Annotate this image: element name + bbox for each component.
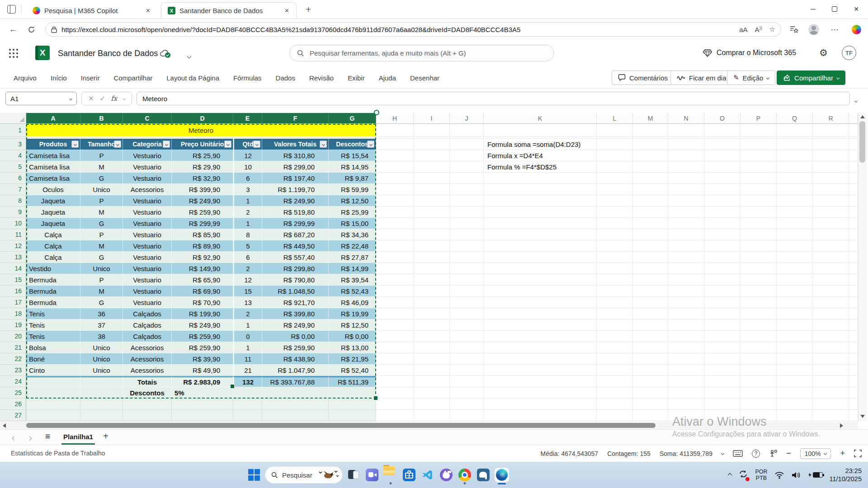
cell[interactable] [484,173,597,184]
cell[interactable] [262,399,329,410]
column-header-H[interactable]: H [376,113,414,124]
cell[interactable] [849,161,858,173]
cell[interactable] [704,274,741,286]
cell[interactable] [414,376,450,387]
cell[interactable]: R$ 52,43 [329,286,376,297]
cell[interactable] [849,139,858,150]
filter-dropdown-icon[interactable] [71,141,79,148]
cell[interactable] [597,218,633,229]
cell[interactable] [484,124,597,137]
cell[interactable] [633,399,668,410]
cell[interactable] [484,410,597,421]
filter-dropdown-icon[interactable] [163,141,170,148]
cell[interactable] [26,387,80,399]
cell[interactable] [849,263,858,274]
cell[interactable]: R$ 12,50 [329,319,376,331]
cell[interactable] [414,353,450,365]
cell[interactable] [704,240,741,252]
cell[interactable]: R$ 59,99 [329,184,376,195]
cell[interactable] [414,139,450,150]
back-icon[interactable]: ← [6,23,20,36]
cell[interactable] [376,319,414,331]
cell[interactable] [741,274,777,286]
cell[interactable] [849,206,858,218]
cell[interactable] [813,218,849,229]
column-header-N[interactable]: N [668,113,704,124]
cell[interactable]: Camiseta lisa [26,161,80,173]
cell[interactable]: R$ 299,80 [262,263,329,274]
cell[interactable]: Unico [80,365,123,376]
cell[interactable] [414,342,450,353]
battery-icon[interactable] [808,472,823,478]
cell[interactable] [233,399,262,410]
cell[interactable] [376,274,414,286]
cell[interactable] [704,308,741,319]
cell[interactable]: R$ 299,99 [172,218,233,229]
row-header-9[interactable]: 9 [0,206,26,218]
cell[interactable] [376,308,414,319]
cell[interactable] [376,342,414,353]
cell[interactable]: G [80,173,123,184]
cell[interactable]: Oculos [26,184,80,195]
column-header-O[interactable]: O [704,113,741,124]
cell[interactable]: R$ 25,90 [172,150,233,161]
cell[interactable]: R$ 34,36 [329,229,376,240]
cell[interactable]: Unico [80,353,123,365]
cell[interactable] [414,286,450,297]
cell[interactable] [414,229,450,240]
cell[interactable] [777,240,813,252]
cell[interactable] [813,240,849,252]
cell[interactable] [450,342,484,353]
cell[interactable] [849,399,858,410]
cell[interactable]: Vestuario [123,286,172,297]
cell[interactable] [484,195,597,206]
cell[interactable] [633,342,668,353]
cell[interactable]: Vestuario [123,297,172,308]
column-header-I[interactable]: I [414,113,450,124]
cell[interactable] [633,206,668,218]
cell[interactable]: 2 [233,263,262,274]
cell[interactable] [741,139,777,150]
cell[interactable] [633,319,668,331]
cell[interactable] [849,218,858,229]
cell[interactable]: Vestuario [123,274,172,286]
cell[interactable] [777,274,813,286]
cell[interactable] [450,161,484,173]
cell[interactable] [741,286,777,297]
cell[interactable] [704,218,741,229]
cell[interactable] [633,308,668,319]
column-header-Q[interactable]: Q [777,113,813,124]
cell[interactable] [704,399,741,410]
cell[interactable] [329,399,376,410]
cell[interactable] [597,274,633,286]
cell[interactable] [633,387,668,399]
cell[interactable] [376,184,414,195]
cell[interactable] [26,399,80,410]
cell[interactable] [376,206,414,218]
cell[interactable] [450,274,484,286]
close-tab-icon[interactable]: ✕ [282,6,292,15]
cell[interactable] [704,206,741,218]
taskbar-icon-github-desktop[interactable] [439,465,454,485]
cell[interactable]: Bermuda [26,274,80,286]
cell[interactable] [704,286,741,297]
cell[interactable]: R$ 790,80 [262,274,329,286]
cell[interactable]: R$ 9,87 [329,173,376,184]
cell[interactable]: R$ 687,20 [262,229,329,240]
column-header-P[interactable]: P [741,113,777,124]
cell[interactable]: Camiseta lisa [26,150,80,161]
cell[interactable] [80,399,123,410]
cell[interactable] [741,297,777,308]
cell[interactable] [376,331,414,342]
cell[interactable] [414,184,450,195]
cell[interactable]: 11 [233,353,262,365]
start-button[interactable] [246,465,262,485]
cell[interactable]: 36 [80,308,123,319]
cell[interactable] [668,218,704,229]
cell[interactable] [741,263,777,274]
cell[interactable] [741,195,777,206]
cell[interactable]: R$ 399,80 [262,308,329,319]
column-header-R[interactable]: R [813,113,849,124]
fill-handle[interactable] [373,396,378,400]
cell[interactable] [414,410,450,421]
